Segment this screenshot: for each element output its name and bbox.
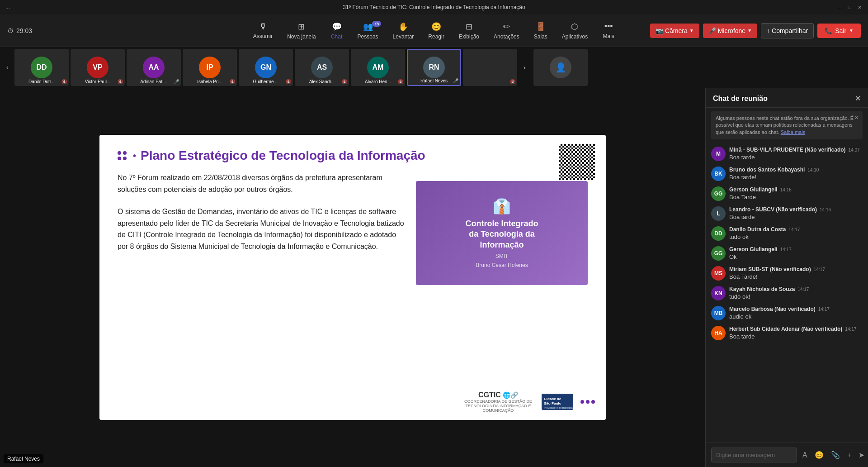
msg-name-5: Danilo Dutra da Costa bbox=[729, 226, 786, 233]
nova-janela-icon: ⊞ bbox=[298, 22, 305, 32]
participant-tile-rafael[interactable]: RNRafael Neves🎤 bbox=[407, 49, 461, 86]
participant-mic-guilherme: 🔇 bbox=[286, 79, 291, 84]
participant-name-alexsandr: Alex Sandr... bbox=[297, 79, 347, 84]
msg-body-5: Danilo Dutra da Costa14:17tudo ok bbox=[729, 226, 863, 241]
toolbar-assumir[interactable]: 🎙 Assumir bbox=[246, 18, 280, 43]
chat-message-2: BKBruno dos Santos Kobayashi14:10Boa tar… bbox=[711, 167, 863, 181]
chat-input[interactable] bbox=[711, 448, 797, 462]
qr-code bbox=[559, 144, 595, 180]
toolbar-pessoas[interactable]: 👥 Pessoas 75 bbox=[350, 18, 386, 43]
slide-decoration-dots bbox=[118, 151, 127, 160]
toolbar: ⏱ 29:03 🎙 Assumir ⊞ Nova janela 💬 Chat 👥… bbox=[0, 14, 868, 47]
participant-mic-isabela: 🔇 bbox=[230, 79, 235, 84]
chat-message-9: MBMarcelo Barbosa (Não verificado)14:17a… bbox=[711, 306, 863, 320]
mais-icon: ••• bbox=[604, 22, 613, 31]
chat-emoji-button[interactable]: 😊 bbox=[813, 449, 826, 461]
chat-notice-close-button[interactable]: ✕ bbox=[854, 114, 859, 122]
toolbar-mais[interactable]: ••• Mais bbox=[595, 18, 622, 43]
chat-attach-button[interactable]: 📎 bbox=[829, 449, 842, 461]
participant-tile-isabela[interactable]: IPIsabela Pri...🔇 bbox=[183, 49, 237, 86]
msg-text-6: Ok bbox=[729, 253, 863, 260]
participant-tile-guilherme[interactable]: GNGuilherme ...🔇 bbox=[239, 49, 293, 86]
mic-icon: 🎤 bbox=[708, 27, 716, 34]
chat-icon: 💬 bbox=[332, 22, 342, 32]
msg-body-8: Kayah Nicholas de Souza14:17tudo ok! bbox=[729, 286, 863, 300]
msg-text-3: Boa Tarde bbox=[729, 194, 863, 200]
close-button[interactable]: ✕ bbox=[856, 4, 863, 10]
end-call-dropdown-icon[interactable]: ▼ bbox=[849, 28, 854, 33]
participant-tile-danilo[interactable]: DDDanilo Dutr...🔇 bbox=[14, 49, 69, 86]
participant-mic-adinan: 🎤 bbox=[174, 79, 179, 84]
extra-participant-tile[interactable]: 👤 bbox=[533, 49, 588, 86]
chat-format-button[interactable]: A bbox=[801, 449, 809, 461]
end-call-button[interactable]: 📞 Sair ▼ bbox=[817, 24, 861, 38]
msg-name-3: Gerson Giuliangeli bbox=[729, 186, 778, 193]
toolbar-salas[interactable]: 🚪 Salas bbox=[527, 18, 555, 43]
participant-tile-adinan[interactable]: AAAdinan Bati...🎤 bbox=[127, 49, 181, 86]
pessoas-badge: 75 bbox=[372, 21, 381, 27]
toolbar-exibicao[interactable]: ⊟ Exibição bbox=[452, 18, 486, 43]
mic-button[interactable]: 🎤 Microfone ▼ bbox=[703, 24, 757, 38]
toolbar-aplicativos[interactable]: ⬡ Aplicativos bbox=[555, 18, 595, 43]
participant-mic-alexsandr: 🔇 bbox=[342, 79, 347, 84]
chat-notice: Algumas pessoas neste chat estão fora da… bbox=[711, 111, 863, 139]
toolbar-anotacoes[interactable]: ✏ Anotações bbox=[486, 18, 527, 43]
toolbar-reagir[interactable]: 😊 Reagir bbox=[421, 18, 451, 43]
strip-nav-next[interactable]: › bbox=[519, 47, 530, 88]
slide-paragraph1: No 7º Fórum realizado em 22/08/2018 dive… bbox=[118, 172, 407, 195]
msg-body-6: Gerson Giuliangeli14:17Ok bbox=[729, 246, 863, 261]
strip-nav-prev[interactable]: ‹ bbox=[2, 47, 13, 88]
presentation-area: • Plano Estratégico de Tecnologia da Inf… bbox=[0, 88, 705, 467]
chat-header: Chat de reunião ✕ bbox=[706, 88, 868, 108]
speaker-label: Rafael Neves bbox=[4, 454, 43, 463]
toolbar-chat[interactable]: 💬 Chat bbox=[323, 18, 350, 43]
participant-tile-unknown[interactable]: 🔇 bbox=[463, 49, 517, 86]
msg-avatar-2: BK bbox=[711, 167, 726, 181]
participant-tile-alexsandr[interactable]: ASAlex Sandr...🔇 bbox=[295, 49, 349, 86]
msg-name-10: Herbert Sub Cidade Adenar (Não verificad… bbox=[729, 326, 842, 332]
slide-body: No 7º Fórum realizado em 22/08/2018 dive… bbox=[118, 172, 588, 406]
participant-avatar-alexsandr: AS bbox=[311, 57, 333, 78]
toolbar-nova-janela[interactable]: ⊞ Nova janela bbox=[280, 18, 323, 43]
msg-avatar-9: MB bbox=[711, 306, 726, 320]
chat-send-button[interactable]: ➤ bbox=[857, 449, 866, 461]
msg-text-5: tudo ok bbox=[729, 234, 863, 240]
chat-close-button[interactable]: ✕ bbox=[855, 94, 861, 103]
main-area: • Plano Estratégico de Tecnologia da Inf… bbox=[0, 88, 868, 467]
msg-text-8: tudo ok! bbox=[729, 293, 863, 300]
msg-text-4: Boa tarde bbox=[729, 214, 863, 220]
title-bar-dots[interactable]: ... bbox=[5, 4, 10, 10]
participant-mic-alvaro: 🔇 bbox=[398, 79, 403, 84]
chat-message-8: KNKayah Nicholas de Souza14:17tudo ok! bbox=[711, 286, 863, 300]
toolbar-items: 🎙 Assumir ⊞ Nova janela 💬 Chat 👥 Pessoas… bbox=[246, 18, 622, 43]
slide-title-text: Plano Estratégico de Tecnologia da Infor… bbox=[141, 148, 425, 163]
toolbar-levantar[interactable]: ✋ Levantar bbox=[386, 18, 421, 43]
participant-tile-victor[interactable]: VPVictor Paul...🔇 bbox=[71, 49, 125, 86]
svg-text:São Paulo: São Paulo bbox=[544, 401, 561, 405]
msg-name-2: Bruno dos Santos Kobayashi bbox=[729, 167, 805, 173]
cgtic-logo-container: CGTIC 🌐🔗 COORDENADORIA DE GESTÃO DE TECN… bbox=[462, 391, 534, 413]
slide-container: • Plano Estratégico de Tecnologia da Inf… bbox=[99, 135, 606, 420]
share-button[interactable]: ↑ Compartilhar bbox=[761, 23, 814, 38]
msg-text-10: Boa tarde bbox=[729, 333, 863, 340]
share-icon: ↑ bbox=[767, 27, 770, 34]
levantar-icon: ✋ bbox=[398, 22, 408, 32]
mic-dropdown-icon[interactable]: ▼ bbox=[747, 28, 752, 33]
msg-time-6: 14:17 bbox=[780, 247, 792, 252]
msg-body-7: Miriam SUB-ST (Não verificado)14:17Boa T… bbox=[729, 266, 863, 281]
participant-tile-alvaro[interactable]: AMAlvaro Hen...🔇 bbox=[351, 49, 405, 86]
msg-body-1: Minã - SUB-VILA PRUDENTE (Não verificado… bbox=[729, 147, 863, 161]
participant-avatar-victor: VP bbox=[87, 57, 108, 78]
maximize-button[interactable]: □ bbox=[846, 4, 853, 10]
slide-footer: CGTIC 🌐🔗 COORDENADORIA DE GESTÃO DE TECN… bbox=[462, 391, 595, 413]
chat-notice-link[interactable]: Saiba mais bbox=[781, 129, 805, 135]
chat-message-7: MSMiriam SUB-ST (Não verificado)14:17Boa… bbox=[711, 266, 863, 281]
minimize-button[interactable]: – bbox=[836, 4, 843, 10]
msg-time-8: 14:17 bbox=[797, 287, 809, 292]
msg-body-4: Leandro - SUBCV (Não verificado)14:16Boa… bbox=[729, 206, 863, 221]
participants-strip: ‹ DDDanilo Dutr...🔇VPVictor Paul...🔇AAAd… bbox=[0, 47, 868, 88]
chat-add-button[interactable]: + bbox=[845, 449, 853, 461]
camera-dropdown-icon[interactable]: ▼ bbox=[689, 28, 694, 33]
camera-button[interactable]: 📷 Câmera ▼ bbox=[650, 24, 699, 38]
anotacoes-icon: ✏ bbox=[503, 22, 510, 32]
